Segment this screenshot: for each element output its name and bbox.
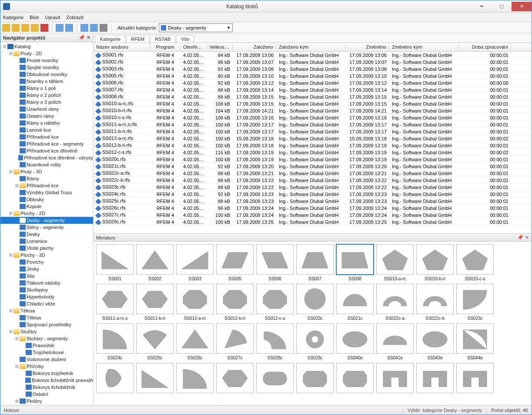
tree-item[interactable]: Tělesa	[0, 314, 93, 321]
tree-item[interactable]: ⊟Tělesa	[0, 307, 93, 314]
column-header[interactable]: Program	[150, 43, 181, 51]
thumbnail[interactable]: SS029c	[296, 323, 334, 360]
column-header[interactable]: Založeno kým	[276, 43, 346, 51]
thumbnail[interactable]	[336, 363, 374, 395]
table-row[interactable]: SS006.rfsRFEM 44.02.052092 kB17.09.2009 …	[94, 80, 532, 86]
tree-item[interactable]: Nosníky s táhlem	[0, 78, 93, 85]
tree-item[interactable]: Desky	[0, 231, 93, 238]
table-row[interactable]: SS005.rfsRFEM 44.02.052080 kB17.09.2009 …	[94, 73, 532, 80]
tree-item[interactable]: Příhradové kce dřevěné	[0, 147, 93, 154]
table-row[interactable]: SS010-c-s.rfsRFEM 44.02.0520108 kB17.09.…	[94, 114, 532, 121]
thumbnail[interactable]: SS012-a-rc	[176, 284, 214, 321]
thumbnail[interactable]: SS011-a-rc,s	[96, 284, 134, 321]
table-row[interactable]: SS020c.rfsRFEM 44.02.0520100 kB17.09.200…	[94, 156, 532, 163]
tree-item[interactable]: ⊟Plochy - 2D	[0, 210, 93, 217]
table-row[interactable]: SS011-b-ri.rfsRFEM 44.02.0520100 kB17.09…	[94, 128, 532, 135]
thumbnail[interactable]: SS010-c-s	[456, 244, 494, 281]
thumbnail[interactable]: SS024c	[96, 323, 134, 360]
table-row[interactable]: SS025c.rfsRFEM 44.02.052088 kB17.09.2009…	[94, 198, 532, 205]
tree-item[interactable]: Příhradové kce dřevěné - obrysy	[0, 154, 93, 161]
tree-item[interactable]: Povrchy	[0, 259, 93, 266]
tool-copy-icon[interactable]	[56, 24, 64, 32]
table-row[interactable]: SS023c.rfsRFEM 44.02.052088 kB17.09.2009…	[94, 184, 532, 191]
thumbnail[interactable]: SS011-b-ri	[136, 284, 174, 321]
thumbnail[interactable]: SS044e	[456, 323, 494, 360]
tree-item[interactable]: Spojovací prostředky	[0, 321, 93, 328]
table-row[interactable]: SS012-a-rc.rfsRFEM 44.02.0500100 kB15.09…	[94, 135, 532, 142]
thumbnail[interactable]: SS022c-a	[376, 284, 414, 321]
tree-item[interactable]: Obloukové nosníky	[0, 71, 93, 78]
tree-item[interactable]: ⊟Plochy - 3D	[0, 252, 93, 259]
tree-item[interactable]: Pravoúhlé	[0, 342, 93, 349]
panel-close-icon[interactable]: ✕	[87, 35, 90, 40]
tree-item[interactable]: ⊞Plošiny	[0, 398, 93, 405]
tree-item[interactable]: Bokorys trojúhelník	[0, 370, 93, 377]
tool-new-icon[interactable]	[2, 24, 10, 32]
tree-item[interactable]: ⊟Příčníky	[0, 363, 93, 370]
tree-item[interactable]: Hyperboloidy	[0, 293, 93, 300]
tool-save-icon[interactable]	[21, 24, 29, 32]
panel-close-icon[interactable]: ✕	[525, 235, 529, 240]
tab-rstab[interactable]: RSTAB	[150, 35, 175, 43]
thumbnail[interactable]: SS025c	[136, 323, 174, 360]
thumbnail[interactable]: SS010-a-rc	[376, 244, 414, 281]
table-row[interactable]: SS010-a-rc.rfsRFEM 44.02.0520108 kB17.09…	[94, 100, 532, 107]
table-row[interactable]: SS011-a-rc,s.rfsRFEM 44.02.0520100 kB17.…	[94, 121, 532, 128]
thumbnail[interactable]	[176, 363, 214, 395]
table-row[interactable]: SS010-b-ri.rfsRFEM 44.02.0520104 kB17.09…	[94, 107, 532, 114]
thumbnail[interactable]: SS040e	[336, 323, 374, 360]
thumbnail[interactable]: SS021c	[336, 284, 374, 321]
table-row[interactable]: SS022c-a.rfsRFEM 44.02.052088 kB17.09.20…	[94, 170, 532, 177]
thumbnail[interactable]: SS001	[96, 244, 134, 281]
pin-icon[interactable]: 📌	[517, 235, 523, 240]
thumbnail[interactable]: SS002	[136, 244, 174, 281]
tree-item[interactable]: Rámy s náběhy	[0, 120, 93, 126]
column-header[interactable]: Založeno	[233, 43, 276, 51]
menu-zobrazit[interactable]: Zobrazit	[66, 15, 84, 20]
tool-thumb-icon[interactable]	[90, 24, 98, 32]
thumbnail[interactable]	[296, 363, 334, 395]
tree-item[interactable]: Nosníkové rošty	[0, 161, 93, 168]
tree-item[interactable]: Příhradové kce	[0, 133, 93, 140]
minimize-button[interactable]: ━	[472, 2, 492, 11]
table-row[interactable]: SS002.rfsRFEM 44.02.052096 kB17.09.2009 …	[94, 59, 532, 66]
menu-blok[interactable]: Blok	[30, 15, 39, 20]
thumbnail[interactable]: SS005	[216, 244, 254, 281]
thumbnail[interactable]: SS012-c-s	[256, 284, 294, 321]
tree-item[interactable]: Jímky	[0, 266, 93, 272]
thumbnail[interactable]: SS023c	[456, 284, 494, 321]
maximize-button[interactable]: ▢	[492, 2, 512, 11]
thumbnail[interactable]: SS007	[296, 244, 334, 281]
thumbnail[interactable]	[256, 363, 294, 395]
tree-item[interactable]: ⊟Pruty - 2D	[0, 50, 93, 57]
table-row[interactable]: SS007.rfsRFEM 44.02.052088 kB17.09.2009 …	[94, 86, 532, 93]
table-row[interactable]: SS024c.rfsRFEM 44.02.052092 kB17.09.2009…	[94, 191, 532, 198]
tree-item[interactable]: Bokorys lichoběžník pravoúh	[0, 377, 93, 384]
table-row[interactable]: SS022c-b.rfsRFEM 44.02.052088 kB17.09.20…	[94, 177, 532, 184]
tab-kategorie[interactable]: Kategorie	[95, 35, 125, 43]
thumbnail[interactable]: SS003	[176, 244, 214, 281]
tree-item[interactable]: Lanové kce	[0, 126, 93, 133]
navigator-tree[interactable]: ⊟Katalog⊟Pruty - 2DProsté nosníkySpojité…	[0, 42, 93, 405]
table-row[interactable]: SS028c.rfsRFEM 44.02.0520100 kB17.09.200…	[94, 219, 532, 226]
thumbnail[interactable]	[416, 363, 454, 395]
thumbnail[interactable]: SS022c-b	[416, 284, 454, 321]
thumbnail[interactable]	[96, 363, 134, 395]
table-row[interactable]: SS027c.rfsRFEM 44.02.0520100 kB17.09.200…	[94, 212, 532, 219]
close-button[interactable]: ✕	[512, 2, 532, 11]
tool-paste-icon[interactable]	[65, 24, 73, 32]
table-row[interactable]: SS021c.rfsRFEM 44.02.052092 kB17.09.2009…	[94, 163, 532, 170]
tree-item[interactable]: Uzavřené rámy	[0, 106, 93, 113]
column-header[interactable]: Velikost s…	[207, 43, 233, 51]
table-row[interactable]: SS008.rfsRFEM 44.02.052088 kB17.09.2009 …	[94, 93, 532, 100]
column-header[interactable]: Změněno kým	[389, 43, 459, 51]
tab-vše[interactable]: Vše	[176, 35, 194, 43]
tree-item[interactable]: Rámy o 2 polích	[0, 92, 93, 99]
thumbnail[interactable]: SS041e	[376, 323, 414, 360]
thumbnail[interactable]: SS012-b-ri	[216, 284, 254, 321]
thumbnail[interactable]: SS027c	[216, 323, 254, 360]
column-header[interactable]: Otevřeno…	[181, 43, 207, 51]
column-header[interactable]: Změněno	[346, 43, 389, 51]
tree-item[interactable]: Vlnité plechy	[0, 245, 93, 252]
thumbnail[interactable]: SS020c	[296, 284, 334, 321]
